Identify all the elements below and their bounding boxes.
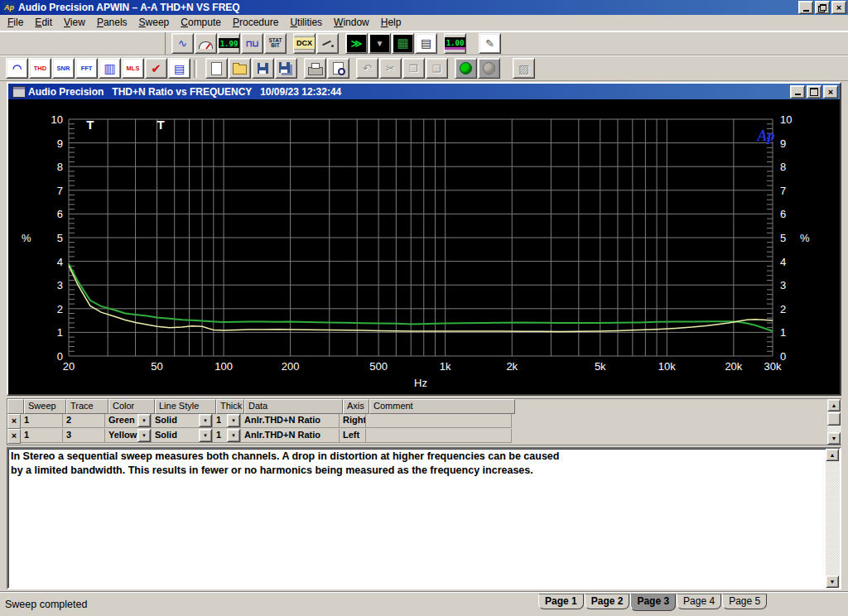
print-button[interactable] bbox=[304, 58, 326, 79]
spectrum-display-button[interactable]: ▥ bbox=[99, 58, 121, 79]
scroll-up-button[interactable]: ▲ bbox=[826, 449, 839, 461]
status-bits-button[interactable]: STATBIT bbox=[264, 33, 287, 54]
analog-generator-button[interactable]: ∿ bbox=[171, 33, 194, 54]
graph-minimize-button[interactable] bbox=[790, 85, 805, 99]
menu-help[interactable]: Help bbox=[375, 15, 407, 30]
floppy-icon bbox=[258, 63, 268, 74]
menu-view[interactable]: View bbox=[58, 15, 91, 30]
settling-panel-button[interactable]: ▼ bbox=[369, 33, 391, 54]
thd-display-button[interactable]: THD bbox=[29, 58, 51, 79]
graph-maximize-button[interactable] bbox=[807, 85, 822, 99]
save-all-button[interactable] bbox=[275, 58, 297, 79]
line-style-dropdown[interactable]: ▼ bbox=[199, 414, 212, 427]
down-arrow-icon: ▼ bbox=[830, 579, 836, 585]
fft-icon: FFT bbox=[81, 65, 93, 72]
output-off-button[interactable] bbox=[478, 58, 500, 79]
sweep-panel-button[interactable]: ≫ bbox=[345, 33, 368, 54]
close-icon: × bbox=[828, 88, 833, 96]
analog-analyzer-button[interactable] bbox=[195, 33, 217, 54]
sweep-cell[interactable]: 1 bbox=[21, 414, 63, 428]
trace-cell[interactable]: 2 bbox=[63, 414, 105, 428]
axis-cell[interactable]: Right bbox=[340, 414, 366, 428]
bar-graph-icon: 1.00 bbox=[445, 37, 466, 50]
meter-gauge-icon bbox=[199, 41, 213, 49]
mls-display-button[interactable]: MLS bbox=[122, 58, 144, 79]
sweep-cell[interactable]: 1 bbox=[21, 429, 63, 443]
menu-compute[interactable]: Compute bbox=[175, 15, 227, 30]
menu-sweep[interactable]: Sweep bbox=[133, 15, 176, 30]
menu-window[interactable]: Window bbox=[328, 15, 375, 30]
trace-cell[interactable]: 3 bbox=[63, 429, 105, 443]
new-button[interactable] bbox=[205, 58, 228, 79]
menu-edit[interactable]: Edit bbox=[29, 15, 58, 30]
trace-enabled-checkbox[interactable]: × bbox=[7, 429, 21, 444]
header-blank bbox=[7, 399, 24, 414]
tab-page-1[interactable]: Page 1 bbox=[538, 594, 584, 609]
test-settings-button[interactable]: ▤ bbox=[168, 58, 190, 79]
fft-display-button[interactable]: FFT bbox=[75, 58, 98, 79]
table-scrollbar[interactable]: ▲ ▼ bbox=[827, 399, 841, 445]
data-editor-button[interactable]: ▤ bbox=[415, 33, 437, 54]
restore-button[interactable] bbox=[815, 1, 830, 14]
trace-enabled-checkbox[interactable]: × bbox=[7, 414, 21, 429]
app-icon-text: Ap bbox=[4, 3, 14, 12]
tab-page-5[interactable]: Page 5 bbox=[722, 594, 767, 609]
close-button[interactable]: × bbox=[831, 1, 846, 14]
menu-file[interactable]: File bbox=[2, 15, 29, 30]
comment-cell[interactable] bbox=[366, 414, 512, 428]
cut-button[interactable]: ✂ bbox=[379, 58, 402, 79]
svg-text:10: 10 bbox=[51, 113, 63, 126]
data-cell[interactable]: Anlr.THD+N Ratio bbox=[241, 429, 340, 443]
quick-check-button[interactable]: ✔ bbox=[145, 58, 167, 79]
menu-utilities[interactable]: Utilities bbox=[284, 15, 328, 30]
response-display-button[interactable]: ◠ bbox=[6, 58, 28, 79]
open-button[interactable] bbox=[229, 58, 251, 79]
comment-text[interactable]: In Stereo a sequential sweep measures bo… bbox=[11, 450, 823, 478]
thick-dropdown[interactable]: ▼ bbox=[227, 429, 240, 442]
tab-page-2[interactable]: Page 2 bbox=[585, 594, 630, 609]
bar-graph-button[interactable]: 1.00 bbox=[444, 33, 466, 54]
print-preview-button[interactable] bbox=[327, 58, 349, 79]
comment-cell[interactable] bbox=[366, 429, 512, 443]
axis-cell[interactable]: Left bbox=[340, 429, 366, 443]
thick-dropdown[interactable]: ▼ bbox=[227, 414, 240, 427]
svg-text:%: % bbox=[800, 232, 810, 244]
undo-button[interactable]: ↶ bbox=[356, 58, 378, 79]
dcx-button[interactable]: DCX bbox=[293, 33, 316, 54]
menu-procedure[interactable]: Procedure bbox=[227, 15, 284, 30]
graph-title-bar: Audio Precision THD+N Ratio vs FREQUENCY… bbox=[8, 84, 840, 99]
main-toolbar: ◠ THD SNR FFT ▥ MLS ✔ ▤ ↶ ✂ ❐ ❏ ▨ bbox=[0, 55, 848, 81]
paste-button[interactable]: ❏ bbox=[426, 58, 448, 79]
digital-analyzer-button[interactable]: 1.99 bbox=[218, 33, 240, 54]
line-style-dropdown[interactable]: ▼ bbox=[199, 429, 212, 442]
svg-text:500: 500 bbox=[369, 360, 388, 373]
scroll-down-button[interactable]: ▼ bbox=[827, 432, 841, 445]
minimize-button[interactable] bbox=[798, 1, 813, 14]
snr-display-button[interactable]: SNR bbox=[52, 58, 75, 79]
header-data: Data bbox=[244, 399, 343, 414]
color-dropdown[interactable]: ▼ bbox=[137, 414, 151, 427]
chevron-down-icon: ▼ bbox=[142, 433, 147, 438]
scroll-down-button[interactable]: ▼ bbox=[826, 575, 839, 588]
minimize-icon bbox=[803, 10, 809, 12]
tab-page-3[interactable]: Page 3 bbox=[630, 594, 676, 611]
svg-text:T: T bbox=[157, 118, 164, 132]
utility-display-button[interactable]: ▨ bbox=[513, 58, 535, 79]
tab-page-4[interactable]: Page 4 bbox=[677, 594, 721, 609]
comment-scrollbar[interactable]: ▲ ▼ bbox=[826, 449, 840, 588]
graph-panel-button[interactable]: ▦ bbox=[392, 33, 414, 54]
svg-text:4: 4 bbox=[780, 256, 786, 268]
save-button[interactable] bbox=[252, 58, 274, 79]
data-cell[interactable]: Anlr.THD+N Ratio bbox=[241, 414, 340, 428]
graph-close-button[interactable]: × bbox=[823, 85, 838, 99]
scroll-up-button[interactable]: ▲ bbox=[827, 399, 841, 411]
switcher-button[interactable] bbox=[316, 33, 339, 54]
color-dropdown[interactable]: ▼ bbox=[137, 429, 151, 442]
digital-io-button[interactable]: ⊓⊔ bbox=[241, 33, 263, 54]
report-editor-button[interactable]: ✎ bbox=[479, 33, 501, 54]
header-color: Color bbox=[108, 399, 155, 414]
output-on-button[interactable] bbox=[455, 58, 477, 79]
scrollbar-thumb[interactable] bbox=[827, 412, 841, 426]
copy-button[interactable]: ❐ bbox=[402, 58, 425, 79]
menu-panels[interactable]: Panels bbox=[91, 15, 133, 30]
